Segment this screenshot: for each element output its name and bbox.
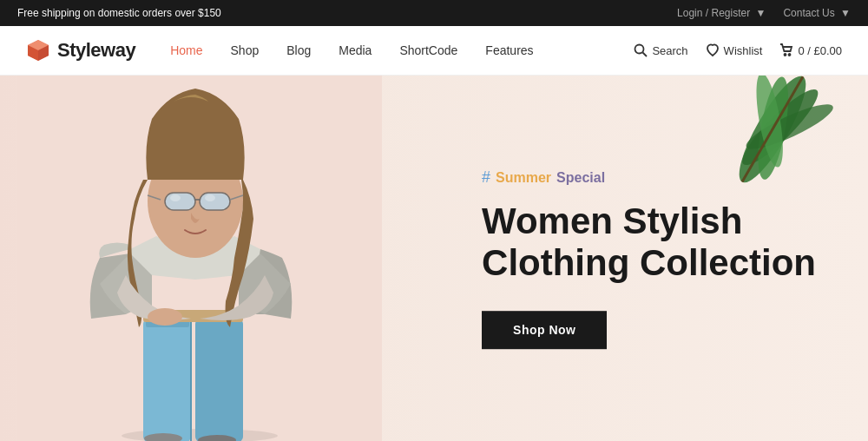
svg-point-26 [170,194,181,201]
logo-text: Styleway [57,39,135,62]
hero-hash: # [482,168,490,187]
nav-features[interactable]: Features [485,43,533,57]
search-icon [634,43,648,57]
svg-point-4 [635,45,644,54]
svg-point-7 [789,54,791,56]
top-bar-right: Login / Register ▼ Contact Us ▼ [677,7,851,19]
svg-rect-17 [195,319,243,441]
nav-media[interactable]: Media [339,43,372,57]
header: Styleway Home Shop Blog Media ShortCode … [0,26,868,76]
login-link[interactable]: Login / Register ▼ [677,7,766,19]
model-image [0,76,399,441]
header-actions: Search Wishlist 0 / £0.00 [634,43,842,57]
cart-icon [779,43,793,57]
logo-icon [26,38,50,63]
svg-rect-23 [165,193,195,210]
main-nav: Home Shop Blog Media ShortCode Features [170,43,634,57]
wishlist-button[interactable]: Wishlist [706,43,763,57]
hero-subtitle: # Summer Special [482,168,816,187]
logo[interactable]: Styleway [26,38,135,63]
svg-point-30 [148,308,182,326]
hero-content: # Summer Special Women Stylish Clothing … [482,168,816,349]
hero-special: Special [556,170,605,186]
nav-shop[interactable]: Shop [231,43,260,57]
search-button[interactable]: Search [634,43,687,57]
contact-link[interactable]: Contact Us ▼ [783,7,851,19]
heart-icon [706,43,720,57]
hero-summer: Summer [496,170,551,186]
svg-point-27 [205,194,215,201]
svg-line-5 [643,53,648,57]
nav-blog[interactable]: Blog [286,43,311,57]
svg-point-6 [785,54,786,56]
shipping-text: Free shipping on domestic orders over $1… [17,7,221,19]
cart-button[interactable]: 0 / £0.00 [779,43,842,57]
nav-home[interactable]: Home [170,43,202,57]
nav-shortcode[interactable]: ShortCode [399,43,457,57]
top-bar: Free shipping on domestic orders over $1… [0,0,868,26]
hero-section: # Summer Special Women Stylish Clothing … [0,76,868,441]
svg-rect-16 [143,319,191,441]
svg-rect-24 [200,193,230,210]
shop-now-button[interactable]: Shop Now [482,311,607,349]
hero-title: Women Stylish Clothing Collection [482,201,816,285]
